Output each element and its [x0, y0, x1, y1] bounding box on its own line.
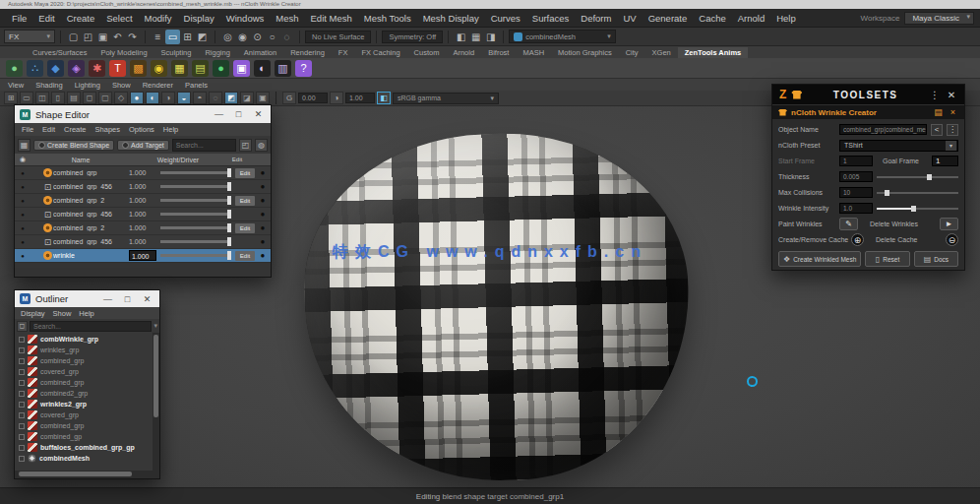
- outliner-item[interactable]: buffaloes_combined_grp_gp: [19, 442, 153, 453]
- plaid-cloth-object[interactable]: [300, 129, 693, 485]
- max-collisions-field[interactable]: 10: [839, 187, 873, 198]
- edit-target-button[interactable]: Edit: [235, 168, 255, 178]
- shelf-tab[interactable]: ZenTools Anims: [678, 47, 749, 58]
- folder-icon[interactable]: ◰: [239, 139, 252, 152]
- chevron-down-icon[interactable]: ▾: [153, 322, 157, 330]
- menu-item[interactable]: Edit Mesh: [305, 13, 358, 24]
- shape-editor-row[interactable]: ● combined_grp_2 1.000 Edit ●: [15, 194, 271, 208]
- shelf-tab[interactable]: MASH: [516, 47, 551, 58]
- weight-value[interactable]: 1.000: [129, 169, 156, 176]
- intensity-field[interactable]: 1.0: [839, 203, 873, 214]
- menu-item[interactable]: UV: [617, 13, 642, 24]
- shelf-tab[interactable]: City: [619, 47, 645, 58]
- add-target-button[interactable]: Add Target: [117, 140, 169, 151]
- slider-handle[interactable]: [227, 223, 231, 232]
- keyframe-dot[interactable]: ●: [257, 168, 269, 177]
- shelf-tab[interactable]: Sculpting: [154, 47, 199, 58]
- outliner-item[interactable]: combined_gp: [19, 431, 153, 442]
- outliner-item[interactable]: combined2_grp: [19, 388, 153, 399]
- visibility-checkbox[interactable]: [19, 347, 25, 353]
- node-name[interactable]: combined_grp: [40, 379, 84, 386]
- kebab-menu-icon[interactable]: ⋮: [929, 90, 941, 100]
- edit-target-button[interactable]: Edit: [235, 196, 255, 206]
- wireframe-icon[interactable]: ◇: [114, 92, 128, 104]
- lights-icon[interactable]: ◑: [161, 92, 175, 104]
- menu-item[interactable]: Mesh: [270, 13, 304, 24]
- field-chart-icon[interactable]: ▤: [67, 92, 81, 104]
- toolsets-header[interactable]: Z TOOLSETS ⋮ ✕: [772, 85, 964, 104]
- outliner-item[interactable]: wrinkles2_grp: [19, 399, 153, 410]
- node-name[interactable]: wrinkles_grp: [40, 346, 79, 353]
- close-tool-icon[interactable]: ×: [948, 107, 958, 117]
- maximize-button[interactable]: □: [120, 294, 135, 304]
- menu-item[interactable]: Windows: [220, 13, 271, 24]
- outliner-item[interactable]: covered_grp: [19, 366, 153, 377]
- undo-icon[interactable]: ↶: [110, 30, 125, 44]
- target-name[interactable]: combined_grp: [53, 169, 129, 176]
- node-name[interactable]: combined_grp: [40, 422, 84, 429]
- keyframe-dot[interactable]: ●: [257, 182, 269, 191]
- slider-handle[interactable]: [227, 251, 231, 260]
- slider-handle[interactable]: [227, 182, 231, 191]
- row-select-dot[interactable]: ●: [17, 198, 29, 204]
- shelf-tab[interactable]: Rendering: [283, 47, 332, 58]
- close-icon[interactable]: ✕: [946, 90, 957, 100]
- shelf-tab[interactable]: Arnold: [446, 47, 481, 58]
- camera-icon[interactable]: ▣: [233, 60, 250, 77]
- nucleus-icon[interactable]: ∴: [27, 60, 43, 77]
- render-frame-icon[interactable]: ▦: [468, 30, 483, 44]
- visibility-checkbox[interactable]: [19, 337, 25, 343]
- ocean-icon[interactable]: ▤: [192, 60, 209, 77]
- select-component-icon[interactable]: ⊞: [180, 30, 195, 44]
- paint-effects-icon[interactable]: T: [109, 60, 126, 77]
- edit-target-button[interactable]: Edit: [235, 251, 255, 261]
- safe-title-icon[interactable]: ▢: [98, 92, 112, 104]
- menu-item[interactable]: Display: [178, 13, 220, 24]
- row-select-dot[interactable]: ●: [17, 225, 29, 231]
- snap-plane-icon[interactable]: ○: [265, 30, 279, 44]
- shelf-tab[interactable]: XGen: [645, 47, 678, 58]
- weight-value[interactable]: 1.000: [129, 211, 156, 218]
- start-frame-field[interactable]: 1: [839, 156, 873, 166]
- weight-value[interactable]: 1.000: [129, 197, 156, 204]
- weight-slider[interactable]: [160, 226, 231, 229]
- delete-cache-button[interactable]: ⊖: [946, 233, 958, 246]
- menu-item[interactable]: Select: [100, 13, 138, 24]
- options-menu-button[interactable]: ⋮: [947, 124, 958, 136]
- slider-handle[interactable]: [927, 174, 932, 180]
- grid-toggle-icon[interactable]: ⊞: [4, 92, 18, 104]
- max-collisions-slider[interactable]: [877, 192, 958, 194]
- goal-frame-field[interactable]: 1: [932, 156, 958, 166]
- shelf-tab[interactable]: Rigging: [198, 47, 236, 58]
- scrollbar-thumb[interactable]: [19, 472, 132, 476]
- shape-editor-row[interactable]: ● combined_grp_456 1.000 ●: [15, 208, 271, 221]
- resolution-gate-icon[interactable]: ◫: [35, 92, 49, 104]
- select-hierarchy-icon[interactable]: ≡: [151, 30, 165, 44]
- panel-menu-item[interactable]: Lighting: [75, 81, 100, 90]
- shelf-tab[interactable]: Bifrost: [481, 47, 516, 58]
- shelf-tab[interactable]: Animation: [237, 47, 283, 58]
- target-name[interactable]: combined_grp_456: [53, 211, 129, 218]
- paint-wrinkles-button[interactable]: ✎: [839, 218, 858, 230]
- mash-graph-icon[interactable]: ▥: [275, 60, 291, 77]
- shelf-tab[interactable]: Motion Graphics: [551, 47, 619, 58]
- boss-icon[interactable]: ●: [213, 60, 229, 77]
- target-name[interactable]: combined_grp_456: [53, 238, 129, 245]
- shelf-tab[interactable]: Curves/Surfaces: [26, 47, 93, 58]
- nhair-icon[interactable]: ◈: [68, 60, 85, 77]
- panel-menu-item[interactable]: Panels: [185, 81, 208, 90]
- keyframe-dot[interactable]: ●: [257, 210, 269, 219]
- grid-view-icon[interactable]: ▦: [18, 139, 31, 152]
- visibility-checkbox[interactable]: [19, 434, 25, 440]
- shelf-tab[interactable]: FX Caching: [354, 47, 406, 58]
- search-filter-icon[interactable]: ◻: [17, 321, 28, 332]
- node-name[interactable]: buffaloes_combined_grp_gp: [40, 444, 135, 451]
- filter-icon[interactable]: ◍: [255, 139, 268, 152]
- panel-menu-item[interactable]: Shading: [35, 81, 63, 90]
- weight-slider[interactable]: [160, 213, 231, 216]
- outliner-item[interactable]: combined_grp: [19, 420, 153, 431]
- node-name[interactable]: covered_grp: [40, 368, 79, 375]
- visibility-checkbox[interactable]: [19, 456, 25, 462]
- load-previous-button[interactable]: <: [931, 124, 943, 136]
- thickness-field[interactable]: 0.005: [839, 171, 873, 182]
